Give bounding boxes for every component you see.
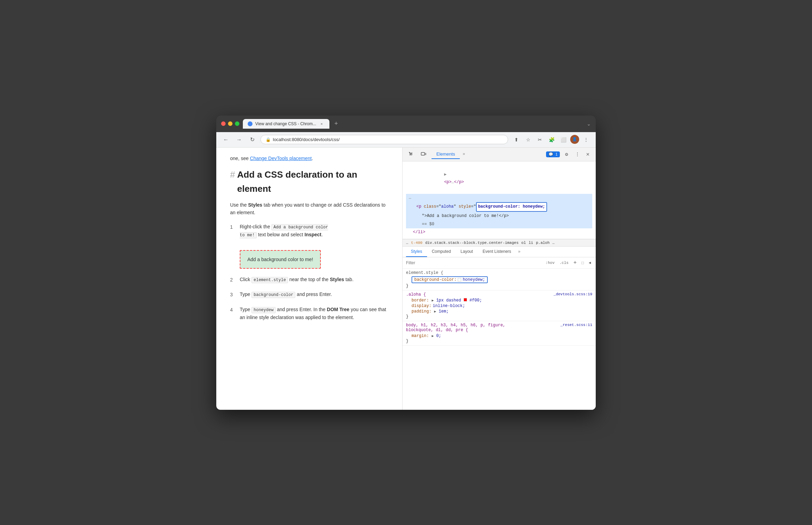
chrome-menu-button[interactable]: ⋮ xyxy=(581,135,591,145)
tab-styles[interactable]: Styles xyxy=(406,247,427,257)
step2-code: element.style xyxy=(251,277,288,283)
devtools-header-actions: 💬 1 ⚙ ⋮ ✕ xyxy=(546,150,592,159)
heading-hash: # xyxy=(230,168,235,182)
padding-prop: padding: ▶ 1em; xyxy=(412,309,592,314)
body-rule-body: margin: ▶ 0; xyxy=(406,333,592,339)
address-bar[interactable]: 🔒 localhost:8080/docs/devtools/css/ xyxy=(260,135,508,144)
add-style-button[interactable]: + xyxy=(572,259,578,267)
nav-actions: ⬆ ☆ ✂ 🧩 ⬜ 👤 ⋮ xyxy=(512,135,591,145)
cls-button[interactable]: .cls xyxy=(558,260,570,266)
step-content-1: Right-click the Add a background colorto… xyxy=(240,223,328,269)
bc-t400[interactable]: t-400 xyxy=(411,241,423,245)
tab-favicon xyxy=(248,121,252,126)
lock-icon: 🔒 xyxy=(266,137,271,142)
more-tabs-button[interactable]: » xyxy=(460,150,468,158)
profile-avatar[interactable]: 👤 xyxy=(570,135,579,144)
back-button[interactable]: ← xyxy=(221,135,231,145)
url-text: localhost:8080/docs/devtools/css/ xyxy=(273,137,503,142)
minimize-button[interactable] xyxy=(228,121,232,126)
tab-event-listeners[interactable]: Event Listeners xyxy=(478,247,516,257)
bc-p[interactable]: p.aloh xyxy=(536,241,550,245)
dom-line-li-close: </li> xyxy=(406,228,592,237)
bc-ol[interactable]: ol xyxy=(521,241,526,245)
dom-line-2-highlighted: … xyxy=(406,194,592,202)
step-number-2: 2 xyxy=(230,276,236,284)
title-bar: View and change CSS - Chrom... × + ⌄ xyxy=(216,116,596,132)
main-area: one, see Change DevTools placement. # Ad… xyxy=(216,148,596,410)
svg-rect-1 xyxy=(425,153,426,155)
steps-list: 1 Right-click the Add a background color… xyxy=(230,223,388,321)
devtools-panel: Elements » 💬 1 ⚙ ⋮ ✕ ▶ xyxy=(403,148,596,410)
tab-close-button[interactable]: × xyxy=(319,121,325,127)
aloha-body: border: ▶ 1px dashed #f00; display: inli… xyxy=(406,298,592,314)
page-content: one, see Change DevTools placement. # Ad… xyxy=(216,148,403,410)
border-expand[interactable]: ▶ xyxy=(432,299,434,303)
body-source[interactable]: _reset.scss:11 xyxy=(561,323,592,333)
step-content-3: Type background-color and press Enter. xyxy=(240,290,332,298)
tab-layout[interactable]: Layout xyxy=(456,247,478,257)
bc-div[interactable]: div.stack.stack--block.type.center-image… xyxy=(425,241,519,245)
devtools-close-button[interactable]: ✕ xyxy=(584,150,592,158)
aloha-source[interactable]: _devtools.scss:19 xyxy=(554,292,592,297)
color-swatch-white[interactable] xyxy=(458,278,461,281)
new-style-rule-button[interactable]: ⬚ xyxy=(580,260,585,266)
margin-prop: margin: ▶ 0; xyxy=(412,333,592,339)
tab-list-button[interactable]: ⌄ xyxy=(587,121,591,127)
cut-button[interactable]: ✂ xyxy=(535,135,545,145)
body-rule: body, h1, h2, h3, h4, h5, h6, p, figure,… xyxy=(403,321,596,346)
step-number-1: 1 xyxy=(230,223,236,231)
expand-triangle[interactable]: ▶ xyxy=(444,172,446,177)
tab-bar: View and change CSS - Chrom... × + xyxy=(243,119,583,129)
tab-computed[interactable]: Computed xyxy=(427,247,456,257)
margin-expand[interactable]: ▶ xyxy=(432,334,434,338)
settings-icon[interactable]: ⚙ xyxy=(562,150,571,159)
body-selector: body, h1, h2, h3, h4, h5, h6, p, figure,… xyxy=(406,323,592,333)
step-content-4: Type honeydew and press Enter. In the DO… xyxy=(240,306,388,321)
active-tab[interactable]: View and change CSS - Chrom... × xyxy=(243,119,329,129)
traffic-lights xyxy=(221,121,239,126)
tab-title: View and change CSS - Chrom... xyxy=(255,121,316,126)
navigation-bar: ← → ↻ 🔒 localhost:8080/docs/devtools/css… xyxy=(216,132,596,148)
filter-bar: :hov .cls + ⬚ ◀ xyxy=(403,257,596,269)
display-prop: display: inline-block; xyxy=(412,303,592,309)
dom-line-text: ">Add a background color to me!</p> xyxy=(406,212,592,220)
bc-dots: … xyxy=(406,241,408,245)
styles-rules-panel: element.style { background-color: honeyd… xyxy=(403,269,596,410)
intro-text: Use the Styles tab when you want to chan… xyxy=(230,201,388,217)
maximize-button[interactable] xyxy=(235,121,239,126)
step-2: 2 Click element.style near the top of th… xyxy=(230,276,388,284)
step3-code: background-color xyxy=(251,292,295,298)
refresh-button[interactable]: ↻ xyxy=(247,135,257,145)
color-swatch-red[interactable] xyxy=(464,298,467,301)
padding-expand[interactable]: ▶ xyxy=(434,310,436,314)
device-toolbar-icon[interactable] xyxy=(419,150,428,159)
dom-line-dollar: == $0 xyxy=(406,220,592,229)
devtools-header: Elements » 💬 1 ⚙ ⋮ ✕ xyxy=(403,148,596,161)
inspector-icon[interactable] xyxy=(407,150,416,159)
rule-closing-3: } xyxy=(406,339,592,344)
cast-button[interactable]: ⬜ xyxy=(558,135,568,145)
highlighted-prop: background-color: honeydew; xyxy=(412,276,488,283)
step-content-2: Click element.style near the top of the … xyxy=(240,276,354,284)
hov-button[interactable]: :hov xyxy=(544,260,556,266)
notification-badge: 💬 1 xyxy=(546,151,560,157)
step-number-4: 4 xyxy=(230,306,236,314)
extensions-button[interactable]: 🧩 xyxy=(547,135,556,145)
close-button[interactable] xyxy=(221,121,226,126)
element-style-selector: element.style { xyxy=(406,270,592,275)
filter-input[interactable] xyxy=(406,260,541,265)
elements-tab[interactable]: Elements xyxy=(432,150,460,159)
bookmark-button[interactable]: ☆ xyxy=(523,135,533,145)
new-tab-button[interactable]: + xyxy=(331,119,341,129)
element-style-body: background-color: honeydew; xyxy=(406,276,592,284)
element-style-rule: element.style { background-color: honeyd… xyxy=(403,269,596,290)
bc-li[interactable]: li xyxy=(528,241,533,245)
share-button[interactable]: ⬆ xyxy=(512,135,521,145)
demo-box[interactable]: Add a background color to me! xyxy=(240,250,321,269)
more-style-tabs[interactable]: » xyxy=(516,247,523,257)
forward-button[interactable]: → xyxy=(234,135,244,145)
toggle-sidebar-button[interactable]: ◀ xyxy=(587,260,592,266)
change-placement-link[interactable]: Change DevTools placement xyxy=(250,156,312,161)
step-number-3: 3 xyxy=(230,291,236,298)
devtools-more-button[interactable]: ⋮ xyxy=(573,150,582,159)
